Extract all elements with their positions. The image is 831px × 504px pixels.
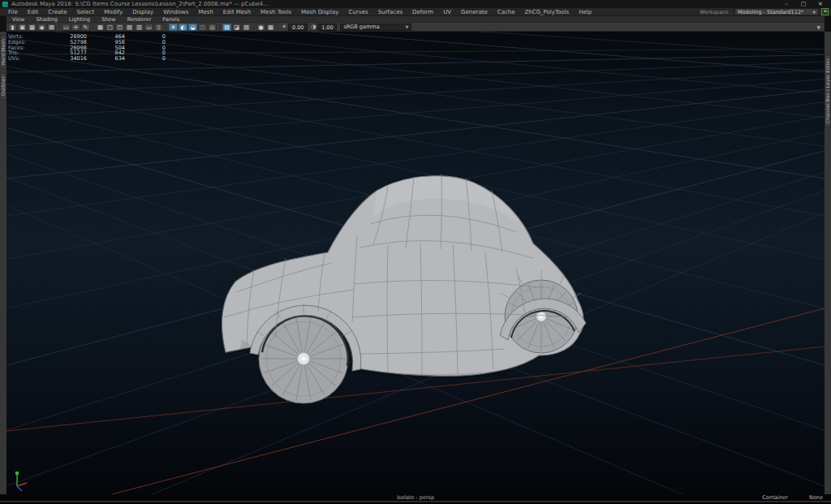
- hud-row-uvs: UVs:340166340: [8, 56, 170, 62]
- workspace-selector: Workspace : Modeling - Standard112* ▼: [700, 8, 831, 15]
- workspace-dropdown[interactable]: Modeling - Standard112* ▼: [734, 8, 819, 15]
- maya-app-icon: [2, 2, 8, 7]
- exposure-field[interactable]: 0.00: [288, 24, 308, 31]
- toolbar-separator: [93, 24, 93, 31]
- textured-mode-icon[interactable]: ▩: [266, 24, 275, 31]
- menu-item-cache[interactable]: Cache: [493, 8, 520, 16]
- panel-menu-item-panels[interactable]: Panels: [157, 16, 185, 23]
- default-material-icon[interactable]: ●: [256, 24, 265, 31]
- panel-menu-item-view[interactable]: View: [6, 16, 30, 23]
- viewport-toolbar: ▮▣▩◉▤▭✛✎▦▢◫▧▥▭▯☀◐◒◌◎▧◪▨●▩ ☀ 0.00 ◑ 1.00 …: [6, 23, 825, 32]
- isolate-select-icon[interactable]: ▧: [222, 24, 231, 31]
- container-value[interactable]: None: [809, 494, 823, 501]
- hud-row-edges: Edges:527989580: [8, 40, 170, 45]
- safe-title-icon[interactable]: ▯: [154, 24, 163, 31]
- car-model[interactable]: [222, 174, 586, 403]
- hud-row-tris: Tris:512778420: [8, 50, 170, 56]
- view-transform-dropdown[interactable]: sRGB gamma ▼: [340, 24, 411, 31]
- bookmark-icon[interactable]: ▤: [47, 24, 56, 31]
- shadows-icon[interactable]: ◐: [179, 24, 187, 31]
- two-d-pan-zoom-icon[interactable]: ✛: [71, 24, 80, 31]
- close-button[interactable]: ✕: [816, 0, 825, 8]
- menu-item-edit[interactable]: Edit: [23, 8, 44, 16]
- workspace-label: Workspace :: [700, 9, 732, 15]
- tab-channel-box-layer-editor[interactable]: Channel Box / Layer Editor: [825, 54, 831, 127]
- menu-item-help[interactable]: Help: [574, 8, 596, 16]
- hud-row-verts: Verts:269004640: [8, 34, 170, 40]
- panel-drag-handle-icon[interactable]: ▮: [8, 24, 17, 31]
- right-dock-strip: Channel Box / Layer Editor: [825, 32, 831, 494]
- exposure-icon[interactable]: ☀: [282, 24, 286, 30]
- wireframe-on-shaded-icon[interactable]: ▨: [242, 24, 251, 31]
- maximize-button[interactable]: ▢: [799, 0, 808, 8]
- menu-item-generate[interactable]: Generate: [456, 8, 493, 16]
- chevron-down-icon: ▼: [812, 10, 816, 15]
- view-axis-gizmo: [15, 472, 27, 491]
- camera-label: Isolate : persp: [0, 494, 831, 501]
- panel-menu-item-shading[interactable]: Shading: [30, 16, 62, 23]
- workspace-lock-icon[interactable]: [821, 8, 829, 15]
- menu-items: FileEditCreateSelectModifyDisplayWindows…: [3, 8, 596, 16]
- panel-menu-item-show[interactable]: Show: [96, 16, 122, 23]
- window-title: Autodesk Maya 2018: S:\CG Items Course L…: [11, 0, 269, 8]
- toolbar-separator: [219, 24, 220, 31]
- safe-action-icon[interactable]: ▭: [144, 24, 153, 31]
- menu-item-mesh[interactable]: Mesh: [193, 8, 217, 16]
- resolution-gate-icon[interactable]: ◫: [115, 24, 124, 31]
- toolbar-overflow-icon[interactable]: ▼: [816, 24, 823, 30]
- multisample-aa-icon[interactable]: ◎: [208, 24, 217, 31]
- tab-outliner[interactable]: Outliner: [0, 72, 6, 100]
- menu-item-edit-mesh[interactable]: Edit Mesh: [218, 8, 256, 16]
- toolbar-separator: [58, 24, 59, 31]
- gamma-icon[interactable]: ◑: [311, 24, 316, 30]
- perspective-viewport[interactable]: Verts:269004640Edges:527989580Faces:2609…: [6, 32, 825, 494]
- grid-icon[interactable]: ▦: [96, 24, 105, 31]
- main-menu-bar: FileEditCreateSelectModifyDisplayWindows…: [0, 8, 831, 16]
- motion-blur-icon[interactable]: ◌: [198, 24, 207, 31]
- xray-icon[interactable]: ◪: [232, 24, 241, 31]
- status-bar: Isolate : persp Container None: [0, 494, 831, 501]
- menu-item-modify[interactable]: Modify: [99, 8, 127, 16]
- menu-item-surfaces[interactable]: Surfaces: [373, 8, 407, 16]
- select-camera-icon[interactable]: ▣: [18, 24, 27, 31]
- gamma-field[interactable]: 1.00: [317, 24, 337, 31]
- window-controls: – ▢ ✕: [781, 0, 829, 8]
- viewport-canvas[interactable]: [6, 32, 825, 494]
- menu-item-file[interactable]: File: [3, 8, 23, 16]
- menu-item-curves[interactable]: Curves: [343, 8, 372, 16]
- menu-item-create[interactable]: Create: [43, 8, 71, 16]
- image-plane-icon[interactable]: ▭: [62, 24, 71, 31]
- minimize-button[interactable]: –: [781, 0, 791, 8]
- menu-item-select[interactable]: Select: [72, 8, 100, 16]
- menu-item-mesh-tools[interactable]: Mesh Tools: [256, 8, 296, 16]
- toolbar-separator: [253, 24, 254, 31]
- menu-item-mesh-display[interactable]: Mesh Display: [296, 8, 343, 16]
- toolbar-separator: [166, 24, 166, 31]
- panel-menu-item-renderer[interactable]: Renderer: [122, 16, 157, 23]
- panel-menu-bar: ViewShadingLightingShowRendererPanels: [6, 16, 825, 23]
- field-chart-icon[interactable]: ▥: [135, 24, 144, 31]
- lighting-icon[interactable]: ☀: [169, 24, 178, 31]
- menu-item-zhcg-polytools[interactable]: ZhCG_PolyTools: [520, 8, 575, 16]
- viewport-row: Hard Mesh Outliner: [0, 32, 831, 494]
- hud-row-faces: Faces:260985040: [8, 45, 170, 51]
- toolbar-separator: [278, 24, 278, 31]
- film-gate-icon[interactable]: ▢: [105, 24, 114, 31]
- container-label: Container: [762, 494, 788, 501]
- panel-menu-item-lighting[interactable]: Lighting: [63, 16, 96, 23]
- grease-pencil-icon[interactable]: ✎: [81, 24, 90, 31]
- ambient-occlusion-icon[interactable]: ◒: [188, 24, 197, 31]
- camera-attributes-icon[interactable]: ◉: [37, 24, 46, 31]
- maya-application-window: Autodesk Maya 2018: S:\CG Items Course L…: [0, 0, 831, 504]
- panel-menu-items: ViewShadingLightingShowRendererPanels: [6, 16, 185, 23]
- menu-item-windows[interactable]: Windows: [158, 8, 193, 16]
- lock-camera-icon[interactable]: ▩: [28, 24, 37, 31]
- poly-count-hud: Verts:269004640Edges:527989580Faces:2609…: [8, 34, 170, 62]
- menu-item-display[interactable]: Display: [127, 8, 158, 16]
- view-transform-value: sRGB gamma: [343, 24, 379, 30]
- gate-mask-icon[interactable]: ▧: [125, 24, 134, 31]
- menu-item-uv[interactable]: UV: [438, 8, 456, 16]
- menu-item-deform[interactable]: Deform: [407, 8, 438, 16]
- left-dock-strip: Hard Mesh Outliner: [0, 32, 6, 494]
- tab-hard-mesh[interactable]: Hard Mesh: [0, 35, 6, 69]
